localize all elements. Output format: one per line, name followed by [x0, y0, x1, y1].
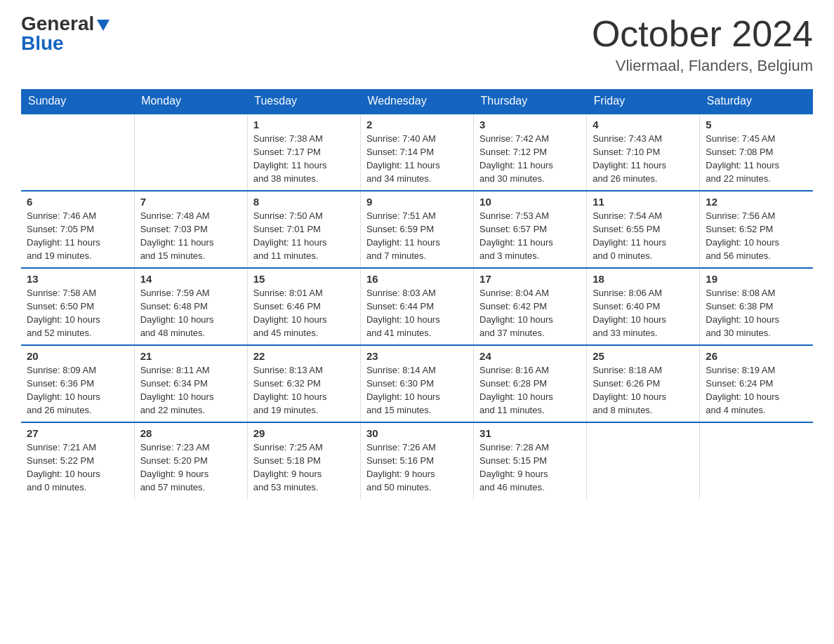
day-info: Sunrise: 7:58 AM Sunset: 6:50 PM Dayligh… [27, 287, 128, 340]
calendar-cell: 29Sunrise: 7:25 AM Sunset: 5:18 PM Dayli… [247, 422, 360, 499]
calendar-cell: 11Sunrise: 7:54 AM Sunset: 6:55 PM Dayli… [587, 191, 700, 268]
day-number: 10 [479, 196, 581, 208]
calendar-header-row: SundayMondayTuesdayWednesdayThursdayFrid… [21, 89, 813, 114]
day-number: 16 [366, 273, 468, 285]
day-info: Sunrise: 8:14 AM Sunset: 6:30 PM Dayligh… [366, 364, 468, 417]
day-number: 30 [366, 427, 468, 439]
day-number: 17 [479, 273, 581, 285]
calendar-cell: 24Sunrise: 8:16 AM Sunset: 6:28 PM Dayli… [474, 345, 587, 422]
title-block: October 2024 Vliermaal, Flanders, Belgiu… [592, 14, 813, 75]
column-header-monday: Monday [134, 89, 247, 114]
calendar-cell: 16Sunrise: 8:03 AM Sunset: 6:44 PM Dayli… [360, 268, 473, 345]
day-number: 13 [27, 273, 128, 285]
calendar-cell: 13Sunrise: 7:58 AM Sunset: 6:50 PM Dayli… [21, 268, 134, 345]
day-number: 31 [479, 427, 581, 439]
day-number: 22 [253, 350, 355, 362]
day-info: Sunrise: 8:11 AM Sunset: 6:34 PM Dayligh… [140, 364, 241, 417]
calendar-cell: 3Sunrise: 7:42 AM Sunset: 7:12 PM Daylig… [474, 114, 587, 191]
day-info: Sunrise: 7:28 AM Sunset: 5:15 PM Dayligh… [479, 441, 581, 494]
day-info: Sunrise: 7:21 AM Sunset: 5:22 PM Dayligh… [27, 441, 128, 494]
logo-text-general: General [21, 14, 94, 34]
calendar-cell [134, 114, 247, 191]
calendar-cell: 6Sunrise: 7:46 AM Sunset: 7:05 PM Daylig… [21, 191, 134, 268]
calendar-cell [21, 114, 134, 191]
calendar-cell: 5Sunrise: 7:45 AM Sunset: 7:08 PM Daylig… [700, 114, 813, 191]
calendar-cell: 19Sunrise: 8:08 AM Sunset: 6:38 PM Dayli… [700, 268, 813, 345]
day-info: Sunrise: 8:03 AM Sunset: 6:44 PM Dayligh… [366, 287, 468, 340]
day-number: 18 [593, 273, 694, 285]
calendar-cell: 12Sunrise: 7:56 AM Sunset: 6:52 PM Dayli… [700, 191, 813, 268]
day-number: 11 [593, 196, 694, 208]
day-number: 9 [366, 196, 468, 208]
day-number: 8 [253, 196, 355, 208]
calendar-cell: 18Sunrise: 8:06 AM Sunset: 6:40 PM Dayli… [587, 268, 700, 345]
day-info: Sunrise: 7:54 AM Sunset: 6:55 PM Dayligh… [593, 210, 694, 262]
calendar-cell: 22Sunrise: 8:13 AM Sunset: 6:32 PM Dayli… [247, 345, 360, 422]
day-number: 24 [479, 350, 581, 362]
week-row-3: 13Sunrise: 7:58 AM Sunset: 6:50 PM Dayli… [21, 268, 813, 345]
day-number: 23 [366, 350, 468, 362]
calendar-cell: 9Sunrise: 7:51 AM Sunset: 6:59 PM Daylig… [360, 191, 473, 268]
day-number: 27 [27, 427, 128, 439]
day-info: Sunrise: 7:23 AM Sunset: 5:20 PM Dayligh… [140, 441, 241, 494]
calendar-cell: 7Sunrise: 7:48 AM Sunset: 7:03 PM Daylig… [134, 191, 247, 268]
day-number: 21 [140, 350, 241, 362]
logo: General Blue [21, 14, 111, 53]
calendar-cell: 31Sunrise: 7:28 AM Sunset: 5:15 PM Dayli… [474, 422, 587, 499]
day-number: 12 [706, 196, 807, 208]
day-info: Sunrise: 8:08 AM Sunset: 6:38 PM Dayligh… [706, 287, 807, 340]
week-row-2: 6Sunrise: 7:46 AM Sunset: 7:05 PM Daylig… [21, 191, 813, 268]
calendar-cell: 27Sunrise: 7:21 AM Sunset: 5:22 PM Dayli… [21, 422, 134, 499]
logo-text-blue: Blue [21, 34, 64, 53]
day-info: Sunrise: 8:18 AM Sunset: 6:26 PM Dayligh… [593, 364, 694, 417]
day-info: Sunrise: 8:06 AM Sunset: 6:40 PM Dayligh… [593, 287, 694, 340]
day-info: Sunrise: 7:45 AM Sunset: 7:08 PM Dayligh… [706, 133, 807, 185]
location-title: Vliermaal, Flanders, Belgium [592, 57, 813, 75]
day-info: Sunrise: 7:51 AM Sunset: 6:59 PM Dayligh… [366, 210, 468, 262]
calendar-cell: 25Sunrise: 8:18 AM Sunset: 6:26 PM Dayli… [587, 345, 700, 422]
day-info: Sunrise: 8:04 AM Sunset: 6:42 PM Dayligh… [479, 287, 581, 340]
column-header-wednesday: Wednesday [360, 89, 473, 114]
calendar-cell: 21Sunrise: 8:11 AM Sunset: 6:34 PM Dayli… [134, 345, 247, 422]
svg-marker-0 [97, 20, 110, 31]
day-info: Sunrise: 7:42 AM Sunset: 7:12 PM Dayligh… [479, 133, 581, 185]
column-header-sunday: Sunday [21, 89, 134, 114]
day-info: Sunrise: 7:53 AM Sunset: 6:57 PM Dayligh… [479, 210, 581, 262]
day-info: Sunrise: 7:43 AM Sunset: 7:10 PM Dayligh… [593, 133, 694, 185]
column-header-tuesday: Tuesday [247, 89, 360, 114]
week-row-5: 27Sunrise: 7:21 AM Sunset: 5:22 PM Dayli… [21, 422, 813, 499]
calendar-cell: 4Sunrise: 7:43 AM Sunset: 7:10 PM Daylig… [587, 114, 700, 191]
day-info: Sunrise: 8:09 AM Sunset: 6:36 PM Dayligh… [27, 364, 128, 417]
calendar-cell [587, 422, 700, 499]
day-number: 3 [479, 119, 581, 130]
day-info: Sunrise: 7:46 AM Sunset: 7:05 PM Dayligh… [27, 210, 128, 262]
day-info: Sunrise: 7:56 AM Sunset: 6:52 PM Dayligh… [706, 210, 807, 262]
week-row-4: 20Sunrise: 8:09 AM Sunset: 6:36 PM Dayli… [21, 345, 813, 422]
day-info: Sunrise: 7:25 AM Sunset: 5:18 PM Dayligh… [253, 441, 355, 494]
day-number: 4 [593, 119, 694, 130]
day-info: Sunrise: 7:38 AM Sunset: 7:17 PM Dayligh… [253, 133, 355, 185]
calendar-cell: 30Sunrise: 7:26 AM Sunset: 5:16 PM Dayli… [360, 422, 473, 499]
logo-triangle-icon [95, 17, 111, 32]
day-number: 5 [706, 119, 807, 130]
day-number: 20 [27, 350, 128, 362]
day-info: Sunrise: 8:13 AM Sunset: 6:32 PM Dayligh… [253, 364, 355, 417]
day-info: Sunrise: 8:19 AM Sunset: 6:24 PM Dayligh… [706, 364, 807, 417]
day-number: 19 [706, 273, 807, 285]
day-number: 29 [253, 427, 355, 439]
column-header-friday: Friday [587, 89, 700, 114]
calendar-table: SundayMondayTuesdayWednesdayThursdayFrid… [21, 89, 813, 499]
calendar-cell: 15Sunrise: 8:01 AM Sunset: 6:46 PM Dayli… [247, 268, 360, 345]
day-info: Sunrise: 8:01 AM Sunset: 6:46 PM Dayligh… [253, 287, 355, 340]
column-header-saturday: Saturday [700, 89, 813, 114]
day-number: 2 [366, 119, 468, 130]
column-header-thursday: Thursday [474, 89, 587, 114]
calendar-cell: 20Sunrise: 8:09 AM Sunset: 6:36 PM Dayli… [21, 345, 134, 422]
month-title: October 2024 [592, 14, 813, 54]
calendar-cell: 1Sunrise: 7:38 AM Sunset: 7:17 PM Daylig… [247, 114, 360, 191]
day-info: Sunrise: 7:48 AM Sunset: 7:03 PM Dayligh… [140, 210, 241, 262]
day-number: 6 [27, 196, 128, 208]
calendar-cell: 14Sunrise: 7:59 AM Sunset: 6:48 PM Dayli… [134, 268, 247, 345]
calendar-cell: 8Sunrise: 7:50 AM Sunset: 7:01 PM Daylig… [247, 191, 360, 268]
day-number: 26 [706, 350, 807, 362]
